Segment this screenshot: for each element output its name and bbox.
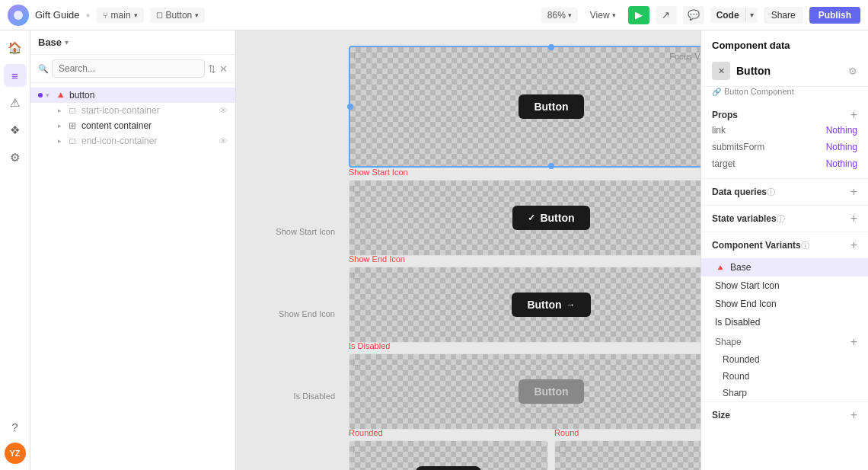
main-frame: ⬚ Focus Visible Within ⬚ Button 655 × xyxy=(349,46,700,168)
main-button[interactable]: Button xyxy=(519,94,583,119)
view-control[interactable]: View ▾ xyxy=(584,8,622,23)
tree-dot-button xyxy=(38,93,43,98)
show-end-frame: ⬚ Button → xyxy=(349,267,700,343)
sidebar-label-show-start: Show Start Icon xyxy=(276,227,335,236)
rounded-frame: ⬚ Button xyxy=(349,440,548,470)
component-link[interactable]: 🔗 Button Component xyxy=(701,87,868,102)
layers-header[interactable]: Base ▾ xyxy=(30,30,235,55)
props-add-button[interactable]: + xyxy=(850,108,857,122)
zoom-control[interactable]: 86% ▾ xyxy=(541,8,578,23)
shape-add[interactable]: + xyxy=(850,335,857,349)
component-gear-icon[interactable]: ⚙ xyxy=(848,66,857,77)
rounded-button[interactable]: Button xyxy=(416,466,480,470)
show-end-icon-label: Show End Icon xyxy=(349,254,405,264)
disabled-button[interactable]: Button xyxy=(519,379,583,404)
tree-dot-empty-3 xyxy=(38,139,43,143)
export-button[interactable]: ↗ xyxy=(656,6,677,24)
search-input[interactable] xyxy=(52,59,205,78)
topbar: Gift Guide ● ⑂ main ▾ ◻ Button ▾ 86% ▾ V… xyxy=(0,0,868,30)
prop-value-link[interactable]: Nothing xyxy=(826,125,857,136)
show-start-corner: ⬚ xyxy=(353,184,360,193)
sidebar-label-is-disabled: Is Disabled xyxy=(294,392,335,401)
data-queries-add[interactable]: + xyxy=(850,185,857,199)
show-end-corner: ⬚ xyxy=(353,270,360,280)
tree-item-end-icon[interactable]: ▸ □ end-icon-container 👁 xyxy=(30,133,235,149)
tree-item-content[interactable]: ▸ ⊞ content container xyxy=(30,118,235,133)
variants-header[interactable]: Component Variants ⓘ + xyxy=(701,232,868,258)
icon-bar: 🏠 ≡ ⚠ ❖ ⚙ ? YZ xyxy=(0,30,30,470)
size-label: Size xyxy=(712,410,730,420)
size-add[interactable]: + xyxy=(850,408,857,422)
tree-label-start: start-icon-container xyxy=(81,105,160,116)
end-arrow-icon: → xyxy=(566,299,576,310)
shape-rounded[interactable]: Rounded xyxy=(701,351,868,368)
sidebar-label-show-end: Show End Icon xyxy=(279,309,335,318)
variant-show-start[interactable]: Show Start Icon xyxy=(701,277,868,295)
variant-base-icon: 🔺 xyxy=(715,263,726,273)
layers-sort-button[interactable]: ⇅ xyxy=(208,63,216,75)
round-frame: ⬚ xyxy=(554,440,700,470)
start-check-icon: ✓ xyxy=(528,213,535,223)
publish-button[interactable]: Publish xyxy=(809,7,860,24)
code-button[interactable]: Code xyxy=(710,8,745,23)
main-button-label: Button xyxy=(534,101,568,113)
tree-icon-start: □ xyxy=(66,105,78,116)
tree-icon-button: 🔺 xyxy=(54,90,66,101)
variants-info: ⓘ xyxy=(801,240,809,251)
tree-item-start-icon[interactable]: ▸ □ start-icon-container 👁 xyxy=(30,103,235,118)
prop-value-submits[interactable]: Nothing xyxy=(826,142,857,152)
state-variables-label: State variables xyxy=(712,213,777,224)
rounded-label: Rounded xyxy=(349,428,383,437)
shape-group-header[interactable]: Shape + xyxy=(701,331,868,351)
show-start-frame: ⬚ ✓ Button xyxy=(349,180,700,256)
icon-bar-alert[interactable]: ⚠ xyxy=(4,91,27,114)
prop-row-submits: submitsForm Nothing xyxy=(712,139,857,155)
icon-bar-home[interactable]: 🏠 xyxy=(4,37,27,59)
main-layout: 🏠 ≡ ⚠ ❖ ⚙ ? YZ Base ▾ 🔍 ⇅ ✕ ▾ 🔺 xyxy=(0,30,868,470)
size-section: Size + xyxy=(701,402,868,428)
branch-selector[interactable]: ⑂ main ▾ xyxy=(97,8,144,23)
variant-show-end[interactable]: Show End Icon xyxy=(701,295,868,313)
tree-item-button[interactable]: ▾ 🔺 button xyxy=(30,88,235,103)
prop-label-submits: submitsForm xyxy=(712,142,764,152)
round-label: Round xyxy=(554,428,579,437)
data-queries-label: Data queries xyxy=(712,187,767,197)
shape-round[interactable]: Round xyxy=(701,368,868,385)
icon-bar-components[interactable]: ❖ xyxy=(4,119,27,142)
tree-label-end: end-icon-container xyxy=(81,136,157,146)
state-variables-add[interactable]: + xyxy=(850,212,857,225)
size-header[interactable]: Size + xyxy=(712,408,857,422)
comment-button[interactable]: 💬 xyxy=(683,6,704,24)
round-corner: ⬚ xyxy=(558,444,566,454)
project-name[interactable]: Gift Guide xyxy=(35,9,80,21)
variants-add[interactable]: + xyxy=(850,238,857,252)
icon-bar-layers[interactable]: ≡ xyxy=(4,64,27,87)
run-button[interactable]: ▶ xyxy=(628,6,649,24)
tree-icon-content: ⊞ xyxy=(66,120,78,131)
icon-bar-help[interactable]: ? xyxy=(4,415,27,438)
show-end-button[interactable]: Button → xyxy=(512,293,590,317)
layers-filter-button[interactable]: ✕ xyxy=(219,63,228,75)
icon-bar-settings[interactable]: ⚙ xyxy=(4,146,27,169)
tree-label-content: content container xyxy=(81,120,152,131)
focus-visible-badge: Focus Visible Within xyxy=(669,52,700,61)
share-button[interactable]: Share xyxy=(764,7,803,24)
variants-label: Component Variants xyxy=(712,240,801,251)
variant-is-disabled[interactable]: Is Disabled xyxy=(701,313,868,331)
data-queries-header[interactable]: Data queries ⓘ + xyxy=(712,185,857,199)
tree-arrow-button: ▾ xyxy=(46,91,49,99)
state-variables-header[interactable]: State variables ⓘ + xyxy=(712,212,857,225)
right-panel-title: Component data xyxy=(701,30,868,56)
component-selector[interactable]: ◻ Button ▾ xyxy=(150,8,206,23)
tree-arrow-content: ▸ xyxy=(58,122,62,129)
show-start-button[interactable]: ✓ Button xyxy=(512,206,589,230)
variant-base[interactable]: 🔺 Base xyxy=(701,258,868,277)
component-variants-section: Component Variants ⓘ + 🔺 Base Show Start… xyxy=(701,232,868,402)
prop-value-target[interactable]: Nothing xyxy=(826,158,857,169)
tree-label-button: button xyxy=(69,90,94,101)
code-dropdown-arrow[interactable]: ▾ xyxy=(745,8,758,21)
props-label: Props xyxy=(712,110,738,120)
tree-eye-end: 👁 xyxy=(219,136,228,145)
shape-sharp[interactable]: Sharp xyxy=(701,385,868,401)
component-name: Button xyxy=(736,65,842,77)
